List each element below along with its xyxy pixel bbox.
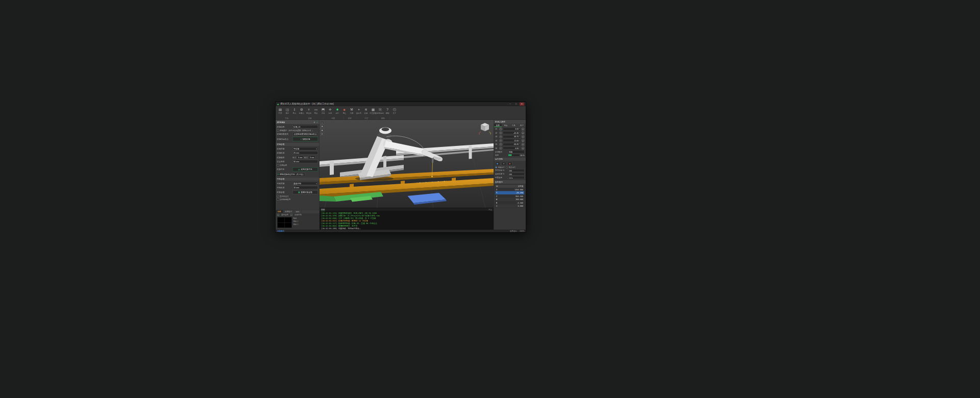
- navigation-cube[interactable]: X Y: [478, 121, 492, 135]
- seam-type-select[interactable]: 平焊缝 ▾: [292, 147, 318, 151]
- safe-height-label: 安全高度: [277, 160, 292, 163]
- toolbar-path-button[interactable]: ≋轨迹: [363, 107, 370, 116]
- toolbar-frames-button[interactable]: ⌖坐标系: [356, 107, 362, 116]
- jog-plus-button[interactable]: +: [522, 139, 525, 142]
- update-direction-button[interactable]: ⟳ 更新焊接方向: [292, 167, 318, 171]
- jog-minus-button[interactable]: −: [499, 128, 502, 131]
- pick-mode-button[interactable]: 在模型表面拾取焊缝起终点: [292, 133, 318, 136]
- pick-seam-button[interactable]: ⌖ 拾取焊缝: [292, 137, 318, 141]
- coord-row[interactable]: C 0.000: [496, 205, 525, 208]
- rotate-view-icon[interactable]: ⟳: [321, 133, 324, 136]
- jog-minus-button[interactable]: −: [499, 131, 502, 134]
- panel-close-icon[interactable]: ✕: [313, 121, 315, 123]
- speed-slider[interactable]: [508, 154, 520, 156]
- clear-path-button[interactable]: ⟲ 清除焊接路径方向（共 0 段）: [277, 172, 305, 177]
- import-icon: ⇩: [293, 107, 296, 112]
- seam-track-checkbox[interactable]: ✓: [277, 130, 279, 132]
- toolbar-rail-button[interactable]: ▭导轨: [313, 107, 320, 116]
- jog-minus-button[interactable]: −: [499, 139, 502, 142]
- toolbar-postprocess-button[interactable]: ⎘后置输出: [377, 107, 384, 116]
- maximize-button[interactable]: □: [514, 103, 519, 106]
- tab-log[interactable]: 日志: [321, 208, 325, 211]
- jog-plus-button[interactable]: +: [522, 135, 525, 138]
- jog-plus-button[interactable]: +: [522, 146, 525, 150]
- 3d-viewport[interactable]: ⌂ ⊕ ✥ ⟳ X Y: [320, 120, 494, 208]
- speed-start-input[interactable]: [297, 156, 304, 159]
- axis-label: J2: [495, 132, 499, 134]
- clear-log-button[interactable]: 清空: [488, 208, 492, 211]
- toolbar-save-button[interactable]: ◫保存: [284, 107, 291, 116]
- positioner-icon: ⌗: [308, 107, 310, 112]
- tab-joint[interactable]: 关节: [494, 123, 502, 127]
- view-weld-params-button[interactable]: ▦ 查看焊接参数: [292, 190, 318, 194]
- jog-plus-button[interactable]: +: [522, 143, 525, 146]
- rate-input[interactable]: [508, 172, 525, 176]
- open-icon: ▤: [279, 107, 282, 112]
- arc-length-input[interactable]: [292, 186, 318, 190]
- ribbon-toolbar: ▤打开 ◫保存 ⇩导入 ⚙机器人 ⌗变位机 ▭导轨 ⬒工件 ✛标定 ●运行 ■停…: [276, 106, 526, 120]
- toolbar-positioner-button[interactable]: ⌗变位机: [306, 107, 312, 116]
- axis-value: -45.30 °: [503, 132, 521, 135]
- collision-checkbox[interactable]: [277, 198, 279, 201]
- jog-plus-button[interactable]: +: [522, 131, 525, 134]
- toolbar-robot-button[interactable]: ⚙机器人: [299, 107, 305, 116]
- seam-length-input[interactable]: [292, 152, 318, 155]
- toolbar-calibration-button[interactable]: ✛标定: [327, 107, 334, 116]
- safe-height-input[interactable]: [292, 160, 318, 164]
- collision-label: 实时碰撞检测: [280, 198, 290, 201]
- pause-button[interactable]: ⏸: [501, 162, 506, 166]
- view-item[interactable]: 视角 2: [293, 223, 299, 226]
- 3d-scene[interactable]: [320, 120, 494, 208]
- jog-row: J1 − 0.00 ° +: [494, 127, 526, 131]
- show-points-checkbox[interactable]: ✓: [277, 195, 279, 197]
- coordinate-table: 轴 当前值 X 1250.000 Y -35.250 Z 896.500 A: [495, 185, 525, 208]
- group-settings: 设置: [344, 116, 357, 120]
- single-step-radio[interactable]: [506, 166, 508, 168]
- smooth-input[interactable]: [508, 169, 525, 172]
- stop-button[interactable]: ■: [507, 162, 512, 166]
- toolbar-import-button[interactable]: ⇩导入: [291, 107, 298, 116]
- jog-minus-button[interactable]: −: [499, 143, 502, 146]
- path-visible-checkbox[interactable]: ✓: [290, 214, 292, 216]
- toolbar-process-button[interactable]: ▦工艺参数: [370, 107, 377, 116]
- panel-apply-icon[interactable]: ✓: [316, 121, 318, 123]
- toolbar-workpiece-button[interactable]: ⬒工件: [320, 107, 327, 116]
- jog-minus-button[interactable]: −: [499, 146, 502, 150]
- view-item[interactable]: 视角 1: [293, 220, 299, 223]
- camera-preview[interactable]: [277, 217, 292, 228]
- close-button[interactable]: ✕: [520, 103, 524, 106]
- table-icon: ▦: [298, 191, 300, 194]
- tab-user[interactable]: 用户: [518, 123, 526, 127]
- scene-sub-panel: 场景 布局管理 输出 ✓ 显示全部 ✓ 轨迹可见 预览 视角 1 视角 2: [276, 210, 320, 230]
- home-view-icon[interactable]: ⌂: [321, 121, 324, 125]
- run-icon: ●: [336, 107, 338, 112]
- minimize-button[interactable]: ─: [508, 103, 512, 106]
- jog-minus-button[interactable]: −: [499, 135, 502, 138]
- arc-type-select[interactable]: 直线引弧 ▾: [292, 182, 318, 185]
- speed-end-input[interactable]: [309, 156, 315, 159]
- log-output[interactable]: [16:42:01.125] 连接控制器成功，机器人型号：HR-S6-1400 …: [320, 211, 494, 230]
- sim-speed-input[interactable]: [508, 176, 525, 179]
- toolbar-stop-button[interactable]: ■停止: [341, 107, 348, 116]
- toolbar-run-button[interactable]: ●运行: [334, 107, 341, 116]
- weave-checkbox[interactable]: [277, 164, 279, 166]
- show-all-checkbox[interactable]: ✓: [277, 214, 279, 216]
- speed-start-label: 起点: [292, 156, 296, 158]
- step-mode-input[interactable]: [508, 151, 525, 154]
- axis-x-label: X: [479, 133, 480, 135]
- tab-tool[interactable]: 工具: [510, 123, 518, 127]
- refresh-icon: ⟳: [298, 168, 300, 171]
- play-button[interactable]: ▶: [495, 162, 500, 166]
- toolbar-tools-button[interactable]: ⚒工具: [349, 107, 355, 116]
- pan-icon[interactable]: ✥: [321, 129, 324, 132]
- toolbar-help-button[interactable]: ?帮助: [384, 107, 391, 116]
- statusbar: 仿真模式 世界坐标 100%: [276, 230, 526, 232]
- jog-plus-button[interactable]: +: [522, 128, 525, 131]
- tab-base[interactable]: 基座: [502, 123, 510, 127]
- continuous-radio[interactable]: [495, 166, 497, 168]
- seam-name-input[interactable]: [292, 125, 318, 129]
- coord-col-value: 当前值: [501, 185, 525, 188]
- zoom-icon[interactable]: ⊕: [321, 125, 324, 129]
- toolbar-about-button[interactable]: ⓘ关于: [391, 107, 398, 116]
- toolbar-open-button[interactable]: ▤打开: [277, 107, 284, 116]
